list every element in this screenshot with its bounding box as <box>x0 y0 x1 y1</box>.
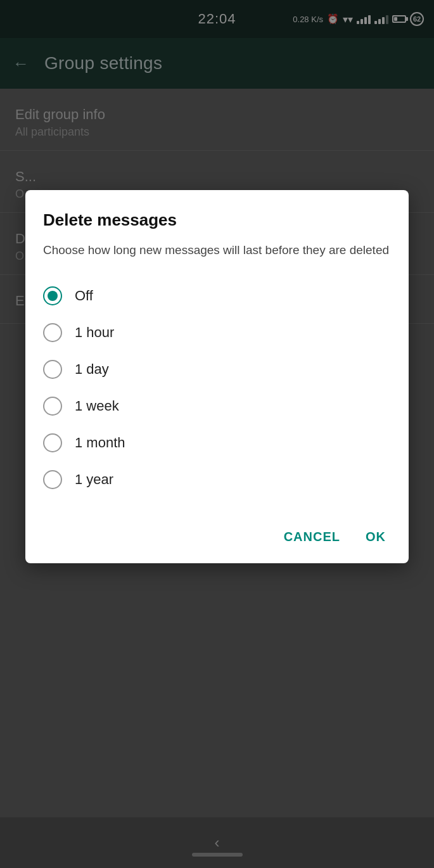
radio-circle-1week[interactable] <box>43 397 62 416</box>
radio-option-1month[interactable]: 1 month <box>43 424 391 461</box>
ok-button[interactable]: OK <box>361 523 391 551</box>
radio-label-1hour: 1 hour <box>75 324 114 341</box>
radio-label-1week: 1 week <box>75 398 119 414</box>
radio-inner-off <box>48 291 58 301</box>
dialog-title: Delete messages <box>43 210 391 230</box>
dialog-description: Choose how long new messages will last b… <box>43 241 391 260</box>
radio-circle-off[interactable] <box>43 286 62 305</box>
radio-option-1day[interactable]: 1 day <box>43 351 391 388</box>
radio-option-1week[interactable]: 1 week <box>43 388 391 424</box>
delete-messages-dialog: Delete messages Choose how long new mess… <box>25 190 409 563</box>
dialog-actions: CANCEL OK <box>43 516 391 551</box>
radio-circle-1day[interactable] <box>43 360 62 379</box>
radio-circle-1month[interactable] <box>43 433 62 452</box>
radio-option-off[interactable]: Off <box>43 278 391 314</box>
radio-label-1year: 1 year <box>75 471 113 488</box>
radio-circle-1hour[interactable] <box>43 323 62 342</box>
radio-option-1hour[interactable]: 1 hour <box>43 314 391 351</box>
radio-label-1month: 1 month <box>75 435 125 451</box>
radio-option-1year[interactable]: 1 year <box>43 461 391 498</box>
cancel-button[interactable]: CANCEL <box>279 523 345 551</box>
radio-circle-1year[interactable] <box>43 470 62 489</box>
radio-label-1day: 1 day <box>75 361 109 378</box>
radio-label-off: Off <box>75 288 93 304</box>
